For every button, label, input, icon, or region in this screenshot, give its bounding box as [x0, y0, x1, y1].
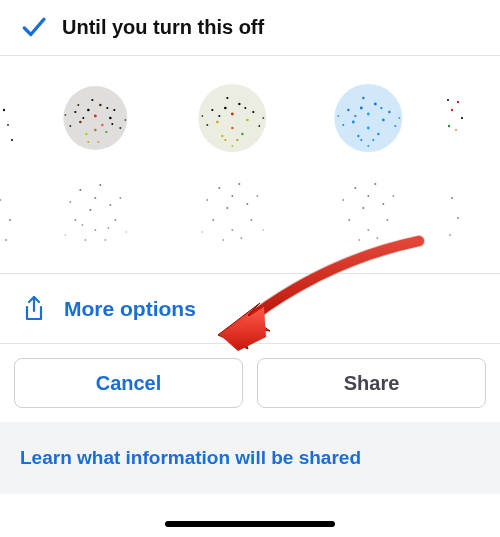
- svg-point-66: [262, 117, 264, 119]
- svg-point-44: [107, 227, 109, 229]
- svg-point-10: [99, 103, 102, 106]
- svg-point-49: [238, 102, 241, 105]
- svg-point-120: [447, 99, 449, 101]
- svg-point-54: [252, 110, 254, 112]
- svg-point-70: [246, 203, 248, 205]
- cancel-label: Cancel: [96, 372, 162, 395]
- svg-point-116: [457, 100, 459, 102]
- contact-thumb-2[interactable]: [171, 70, 294, 260]
- svg-point-100: [338, 115, 340, 117]
- svg-point-123: [449, 234, 451, 236]
- option-row-until-off[interactable]: Until you turn this off: [0, 0, 500, 56]
- contact-thumbnails-strip[interactable]: [0, 56, 500, 274]
- svg-point-15: [85, 132, 87, 134]
- svg-point-91: [377, 132, 379, 134]
- svg-point-18: [91, 98, 93, 100]
- svg-point-113: [393, 195, 395, 197]
- svg-point-71: [226, 207, 228, 209]
- svg-point-40: [69, 201, 71, 203]
- svg-point-8: [63, 86, 127, 150]
- svg-point-96: [355, 114, 357, 116]
- svg-point-81: [262, 229, 264, 231]
- svg-point-27: [64, 114, 66, 116]
- svg-point-12: [79, 120, 82, 123]
- svg-point-42: [94, 197, 96, 199]
- svg-point-118: [455, 128, 457, 130]
- svg-point-23: [82, 117, 84, 119]
- svg-point-93: [343, 124, 345, 126]
- svg-point-67: [231, 145, 233, 147]
- svg-point-76: [240, 237, 242, 239]
- learn-info-link[interactable]: Learn what information will be shared: [20, 447, 361, 469]
- contact-thumb-3[interactable]: [307, 70, 430, 260]
- svg-point-52: [231, 126, 234, 129]
- svg-point-75: [222, 239, 224, 241]
- svg-point-119: [461, 116, 463, 118]
- svg-point-41: [119, 197, 121, 199]
- svg-point-104: [375, 183, 377, 185]
- svg-point-90: [362, 96, 364, 98]
- svg-point-78: [256, 195, 258, 197]
- svg-point-94: [395, 125, 397, 127]
- cancel-button[interactable]: Cancel: [14, 358, 243, 408]
- contact-thumb-0[interactable]: [0, 70, 20, 260]
- svg-point-82: [335, 84, 403, 152]
- svg-point-95: [367, 112, 370, 115]
- svg-point-33: [109, 204, 111, 206]
- svg-point-14: [101, 123, 103, 125]
- svg-point-51: [216, 120, 219, 123]
- learn-label: Learn what information will be shared: [20, 447, 361, 468]
- svg-point-62: [244, 107, 246, 109]
- svg-point-13: [94, 128, 97, 131]
- svg-point-83: [360, 106, 363, 109]
- svg-point-102: [368, 145, 370, 147]
- more-options-label: More options: [64, 297, 196, 321]
- share-up-icon: [22, 295, 52, 323]
- learn-row: Learn what information will be shared: [0, 422, 500, 494]
- svg-point-25: [77, 104, 79, 106]
- svg-point-122: [457, 217, 459, 219]
- svg-point-28: [124, 119, 126, 121]
- svg-point-6: [9, 219, 11, 221]
- svg-point-7: [5, 239, 7, 241]
- svg-point-55: [226, 96, 228, 98]
- option-label: Until you turn this off: [62, 16, 264, 39]
- svg-point-68: [218, 187, 220, 189]
- svg-point-50: [246, 118, 249, 121]
- svg-point-107: [349, 219, 351, 221]
- svg-point-24: [106, 107, 108, 109]
- share-label: Share: [344, 372, 400, 395]
- svg-point-26: [111, 123, 113, 125]
- svg-point-99: [361, 138, 363, 140]
- svg-point-35: [74, 219, 76, 221]
- share-button[interactable]: Share: [257, 358, 486, 408]
- svg-point-36: [114, 219, 116, 221]
- more-options-row[interactable]: More options: [0, 274, 500, 344]
- svg-point-105: [383, 203, 385, 205]
- svg-point-103: [355, 187, 357, 189]
- svg-point-98: [373, 138, 375, 140]
- svg-point-85: [382, 118, 385, 121]
- svg-point-60: [231, 112, 234, 115]
- svg-point-87: [367, 126, 370, 129]
- svg-point-77: [206, 199, 208, 201]
- share-sheet: Until you turn this off: [0, 0, 500, 537]
- svg-point-84: [374, 102, 377, 105]
- contact-thumb-1[interactable]: [34, 70, 157, 260]
- buttons-row: Cancel Share: [0, 344, 500, 422]
- svg-point-48: [224, 106, 227, 109]
- svg-point-3: [7, 124, 9, 126]
- svg-point-45: [65, 234, 67, 236]
- svg-point-16: [74, 110, 76, 112]
- svg-point-114: [368, 195, 370, 197]
- home-indicator[interactable]: [165, 521, 335, 527]
- svg-point-19: [105, 130, 107, 132]
- svg-point-31: [79, 189, 81, 191]
- contact-thumb-4[interactable]: [444, 70, 496, 260]
- svg-point-39: [104, 239, 106, 241]
- svg-point-46: [126, 231, 128, 233]
- svg-point-74: [231, 229, 233, 231]
- svg-point-112: [343, 199, 345, 201]
- svg-point-11: [109, 116, 112, 119]
- svg-point-2: [11, 138, 13, 140]
